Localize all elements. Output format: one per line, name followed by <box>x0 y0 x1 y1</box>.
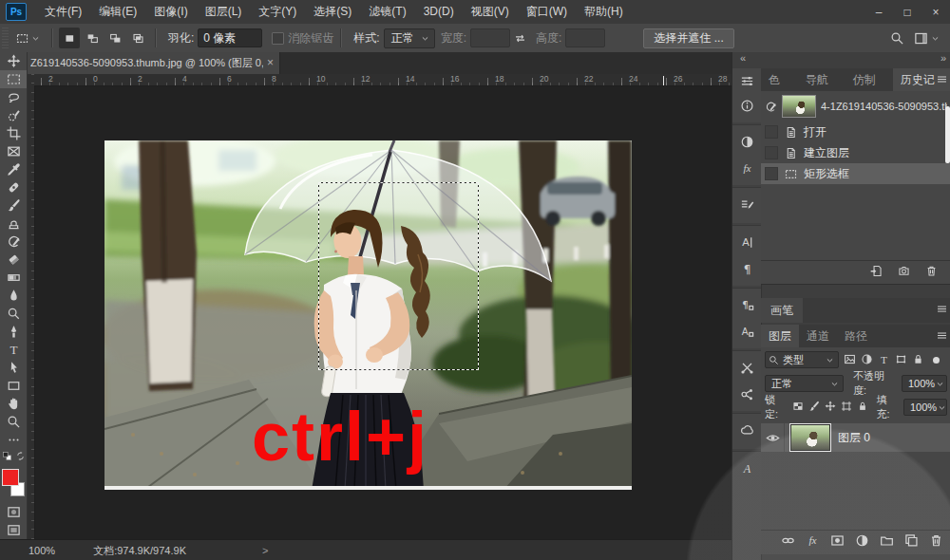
style-select[interactable]: 正常 <box>384 28 435 48</box>
history-source-well[interactable] <box>765 146 778 159</box>
delete-state-button[interactable] <box>925 264 938 281</box>
close-button[interactable]: × <box>922 2 950 23</box>
rectangle-tool[interactable] <box>0 377 27 395</box>
filter-kind-select[interactable]: 类型 <box>765 351 839 368</box>
gradient-tool[interactable] <box>0 269 27 287</box>
options-bar-grip[interactable] <box>2 28 9 48</box>
default-colors-icon[interactable] <box>2 451 12 461</box>
select-and-mask-button[interactable]: 选择并遮住 ... <box>643 28 733 48</box>
spot-healing-tool[interactable] <box>0 178 27 196</box>
new-selection-button[interactable] <box>59 28 80 48</box>
search-icon[interactable] <box>890 31 904 46</box>
panel-button-info[interactable] <box>732 93 761 118</box>
collapse-strip-icon[interactable]: « <box>740 52 745 64</box>
tab-layers[interactable]: 图层 <box>761 325 799 347</box>
panel-button-adjustments[interactable] <box>732 124 761 156</box>
hand-tool[interactable] <box>0 395 27 413</box>
blend-mode-select[interactable]: 正常 <box>765 375 844 392</box>
crop-tool[interactable] <box>0 124 27 142</box>
status-expand-icon[interactable]: > <box>262 545 268 556</box>
new-adjustment-layer-button[interactable] <box>855 533 869 551</box>
canvas-area[interactable]: 20246810121416182022242628 <box>27 74 732 539</box>
tool-preset-picker[interactable] <box>12 30 45 47</box>
history-snapshot-row[interactable]: 4-1Z619140536-5090953.thu... <box>761 91 950 121</box>
panel-button-brush-settings[interactable] <box>732 187 761 218</box>
tab-swatches[interactable]: 色板 <box>761 68 798 91</box>
history-source-well[interactable] <box>765 167 778 180</box>
menu-file[interactable]: 文件(F) <box>36 0 90 24</box>
pen-tool[interactable] <box>0 323 27 341</box>
history-step[interactable]: 建立图层 <box>761 142 950 163</box>
panel-button-paragraph[interactable]: ¶ <box>732 256 761 281</box>
foreground-color-swatch[interactable] <box>2 469 19 486</box>
panel-button-libraries[interactable] <box>732 382 761 406</box>
layer-style-button[interactable]: fx <box>806 533 820 551</box>
move-tool[interactable] <box>0 52 27 70</box>
fill-select[interactable]: 100% <box>903 399 947 416</box>
history-step[interactable]: 矩形选框 <box>761 163 950 184</box>
panel-menu-icon[interactable] <box>936 303 948 315</box>
filter-pixel-layers-button[interactable] <box>844 353 856 367</box>
feather-input[interactable]: 0 像素 <box>198 28 262 47</box>
edit-toolbar-button[interactable] <box>0 431 27 449</box>
opacity-select[interactable]: 100% <box>902 375 947 392</box>
lock-all-button[interactable] <box>857 401 868 414</box>
blur-tool[interactable] <box>0 287 27 305</box>
dodge-tool[interactable] <box>0 305 27 323</box>
zoom-tool[interactable] <box>0 413 27 431</box>
new-doc-from-state-button[interactable] <box>870 264 883 281</box>
layer-row[interactable]: 图层 0 <box>761 423 950 452</box>
tab-brushes[interactable]: 画笔 <box>761 298 803 323</box>
menu-help[interactable]: 帮助(H) <box>576 0 632 24</box>
collapse-panels-icon[interactable]: » <box>940 52 945 64</box>
panel-button-cc[interactable] <box>732 413 761 444</box>
quick-mask-button[interactable] <box>0 503 27 521</box>
subtract-selection-button[interactable] <box>104 28 125 48</box>
menu-window[interactable]: 窗口(W) <box>518 0 576 24</box>
lock-paint-button[interactable] <box>808 401 820 414</box>
history-step[interactable]: 打开 <box>761 121 950 142</box>
menu-3d[interactable]: 3D(D) <box>415 0 463 24</box>
layer-visibility-toggle[interactable] <box>761 423 785 452</box>
workspace-icon[interactable] <box>914 31 928 46</box>
filter-adjustment-layers-button[interactable] <box>861 353 873 367</box>
screen-mode-button[interactable] <box>0 521 27 539</box>
width-input[interactable] <box>470 28 510 47</box>
tab-close-icon[interactable]: × <box>267 52 274 74</box>
maximize-button[interactable]: □ <box>893 2 922 23</box>
path-select-tool[interactable] <box>0 359 27 377</box>
history-brush-source-icon[interactable] <box>765 101 777 113</box>
new-snapshot-button[interactable] <box>898 264 910 281</box>
panel-button-character[interactable]: A <box>732 225 761 256</box>
frame-tool[interactable] <box>0 142 27 160</box>
tab-navigator[interactable]: 导航器 <box>798 68 846 91</box>
layer-thumbnail[interactable] <box>790 424 830 451</box>
panel-menu-icon[interactable] <box>936 73 948 85</box>
type-tool[interactable]: T <box>0 341 27 359</box>
panel-button-fx[interactable]: fx <box>732 156 761 180</box>
tab-clone-source[interactable]: 仿制源 <box>846 68 893 91</box>
snapshot-thumbnail[interactable] <box>782 95 816 118</box>
lock-position-button[interactable] <box>825 401 836 414</box>
filter-shape-layers-button[interactable] <box>895 353 907 367</box>
eraser-tool[interactable] <box>0 251 27 269</box>
panel-button-character-styles[interactable]: A <box>732 319 761 344</box>
tab-paths[interactable]: 路径 <box>837 325 875 347</box>
panel-button-tool-presets[interactable] <box>732 350 761 382</box>
marquee-tool[interactable] <box>0 70 27 88</box>
selection-marquee[interactable] <box>318 182 479 370</box>
filter-toggle[interactable] <box>933 357 940 364</box>
panel-menu-icon[interactable] <box>936 329 948 342</box>
zoom-level[interactable]: 100% <box>28 545 55 556</box>
height-input[interactable] <box>565 28 605 47</box>
history-source-well[interactable] <box>765 125 778 139</box>
lock-transparent-button[interactable] <box>792 401 804 414</box>
add-layer-mask-button[interactable] <box>830 533 845 551</box>
menu-filter[interactable]: 滤镜(T) <box>360 0 414 24</box>
panel-button-styles[interactable]: A <box>732 451 761 482</box>
menu-image[interactable]: 图像(I) <box>145 0 196 24</box>
tab-channels[interactable]: 通道 <box>799 325 837 347</box>
quick-select-tool[interactable] <box>0 106 27 124</box>
eyedropper-tool[interactable] <box>0 160 27 178</box>
lasso-tool[interactable] <box>0 88 27 106</box>
